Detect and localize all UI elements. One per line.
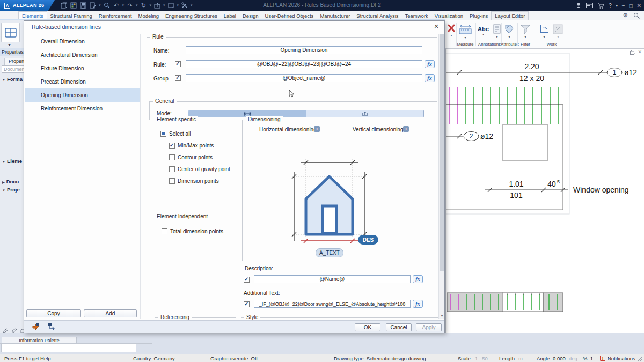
close-button[interactable]: ✕ — [637, 3, 641, 9]
filter-funnel-icon[interactable]: ▾ — [520, 24, 531, 39]
information-palette-field[interactable] — [1, 344, 136, 352]
select-all-checkbox[interactable] — [160, 131, 166, 137]
rule-fx-button[interactable]: fx — [425, 60, 435, 68]
minimize-button[interactable]: − — [622, 3, 625, 9]
cancel-button[interactable]: Cancel — [386, 323, 412, 331]
list-item[interactable]: Overall Dimension — [25, 35, 140, 48]
help-icon[interactable]: ? — [609, 3, 612, 9]
work-environment-icon[interactable]: ▾ — [538, 24, 550, 39]
redo-icon[interactable]: ↷ — [126, 1, 134, 10]
total-dimension-points-checkbox[interactable] — [162, 228, 167, 234]
status-country[interactable]: Country: Germany — [133, 356, 175, 361]
collapse-arrow-icon[interactable] — [2, 181, 5, 184]
description-input[interactable] — [254, 275, 411, 283]
palette-section-project[interactable]: Proje — [2, 187, 20, 193]
add-button[interactable]: Add — [84, 309, 137, 317]
favorite-save-icon[interactable] — [32, 323, 40, 330]
view-windows-button[interactable] — [1, 23, 20, 42]
save-icon[interactable] — [79, 1, 87, 10]
mode-option-alt[interactable] — [306, 110, 423, 117]
group-fx-button[interactable]: fx — [425, 74, 435, 82]
viewport-close-icon[interactable]: ✕ — [638, 49, 642, 55]
status-scale-value[interactable]: 1 : 50 — [475, 356, 488, 361]
new-document-icon[interactable] — [89, 1, 97, 10]
rule-checkbox[interactable] — [175, 61, 181, 67]
status-graphic-override[interactable]: Graphic override: Off — [210, 356, 258, 361]
collapse-arrow-icon[interactable] — [2, 78, 5, 82]
status-percent[interactable]: %: 1 — [583, 356, 593, 361]
tab-layout-editor[interactable]: Layout Editor — [491, 11, 529, 20]
dialog-scrollbar[interactable]: ▾ — [438, 34, 444, 319]
dropdown-chevron-icon[interactable]: ▾ — [99, 3, 101, 8]
notification-alert-icon[interactable]: ! — [600, 356, 605, 361]
status-notifications[interactable]: Notifications — [608, 356, 635, 361]
undo-chevron-icon[interactable]: ▾ — [122, 3, 125, 8]
refresh-icon[interactable]: ↻ — [140, 1, 148, 10]
palette-section-format[interactable]: Forma — [2, 76, 23, 82]
copy-button[interactable]: Copy — [26, 309, 81, 317]
status-length-value[interactable]: m — [518, 356, 523, 361]
group-checkbox[interactable] — [175, 75, 181, 81]
list-item[interactable]: Architectural Dimension — [25, 48, 140, 62]
refresh-chevron-icon[interactable]: ▾ — [150, 3, 152, 8]
view-windows-chevron-icon[interactable]: ▼ — [8, 43, 11, 47]
collapse-arrow-icon[interactable] — [2, 189, 5, 192]
des-badge[interactable]: DES — [358, 235, 378, 245]
status-drawing-type[interactable]: Drawing type: Schematic design drawing — [334, 356, 426, 361]
list-item[interactable]: Precast Dimension — [25, 75, 140, 88]
delete-icon[interactable]: ▾ — [447, 24, 456, 37]
palette-grid-icon[interactable] — [70, 1, 77, 10]
horizontal-info-icon[interactable]: i — [314, 126, 320, 132]
shop-cart-icon[interactable] — [597, 3, 604, 9]
scrollbar-down-icon[interactable]: ▾ — [439, 313, 445, 319]
name-input[interactable] — [186, 46, 422, 54]
a-text-badge[interactable]: A_TEXT — [316, 248, 343, 257]
drawing-viewport[interactable]: ✕ 2.20 12 x 20 1 ø12 2 ø12 — [445, 48, 644, 337]
vertical-info-icon[interactable]: i — [403, 126, 409, 132]
list-item[interactable]: Reinforcement Dimension — [25, 102, 140, 115]
ok-button[interactable]: OK — [355, 323, 380, 331]
user-account-icon[interactable] — [575, 2, 582, 9]
contour-points-checkbox[interactable] — [169, 154, 175, 160]
additional-text-fx-button[interactable]: fx — [413, 300, 423, 308]
undo-icon[interactable]: ↶ — [113, 1, 120, 10]
attributes-tag-icon[interactable]: ▾ — [503, 24, 515, 39]
description-fx-button[interactable]: fx — [413, 275, 423, 283]
text-abc-icon[interactable]: Abc ▾ — [478, 26, 489, 36]
palette-tab-properties[interactable]: Properties — [0, 48, 24, 56]
dialog-close-icon[interactable]: ✕ — [433, 23, 440, 30]
scrollbar-thumb[interactable] — [440, 34, 444, 271]
center-of-gravity-checkbox[interactable] — [169, 166, 175, 172]
share-up-icon[interactable] — [153, 1, 161, 10]
status-angle-value[interactable]: 0.000 — [553, 356, 566, 361]
group-input[interactable] — [186, 74, 422, 82]
favorite-load-icon[interactable] — [48, 323, 56, 330]
zoom-icon[interactable] — [103, 1, 111, 10]
list-item-selected[interactable]: Opening Dimension — [25, 88, 140, 102]
tab-plug-ins[interactable]: Plug-ins — [466, 12, 491, 20]
app-logo[interactable]: A ALLPLAN 26 — [0, 0, 55, 11]
mode-toggle[interactable] — [188, 110, 424, 117]
additional-text-input[interactable] — [254, 300, 411, 308]
viewport-restore-icon[interactable] — [630, 50, 635, 55]
annotation-page-icon[interactable]: ▾ — [493, 24, 501, 39]
ribbon-search-icon[interactable] — [633, 12, 640, 19]
help-chevron-icon[interactable]: ▾ — [616, 4, 618, 8]
list-item[interactable]: Fixture Dimension — [25, 62, 140, 75]
redo-chevron-icon[interactable]: ▾ — [136, 3, 138, 8]
description-checkbox[interactable] — [244, 277, 250, 283]
rule-input[interactable] — [186, 60, 422, 68]
measure-icon[interactable]: ▾ — [458, 25, 472, 39]
collapse-arrow-icon[interactable] — [2, 160, 5, 164]
dimension-points-checkbox[interactable] — [169, 178, 175, 184]
document-search-input[interactable] — [2, 65, 24, 73]
license-card-icon[interactable] — [586, 3, 593, 8]
maximize-button[interactable]: □ — [630, 3, 633, 9]
palette-section-element[interactable]: Eleme — [2, 158, 22, 164]
additional-text-checkbox[interactable] — [244, 301, 250, 307]
project-cube-icon[interactable] — [60, 1, 68, 10]
palette-inner-tab[interactable]: Propert — [4, 58, 26, 65]
palette-section-document[interactable]: Docu — [2, 179, 19, 184]
minmax-points-checkbox[interactable] — [169, 143, 175, 149]
resize-grip[interactable] — [638, 356, 643, 361]
